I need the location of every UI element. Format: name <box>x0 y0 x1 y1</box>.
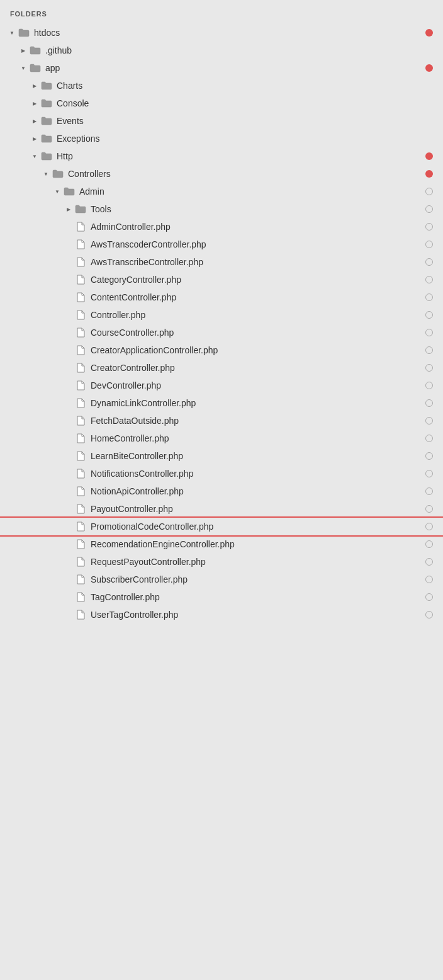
tree-item-charts[interactable]: Charts <box>0 77 443 94</box>
status-dot-empty-notionapicontroller <box>425 487 433 495</box>
tree-item-payoutcontroller[interactable]: PayoutController.php <box>0 500 443 518</box>
status-dot-empty-homecontroller <box>425 435 433 442</box>
status-dot-empty-creatorcontroller <box>425 364 433 372</box>
item-label-controller: Controller.php <box>91 310 420 320</box>
status-dot-empty-tagcontroller <box>425 593 433 601</box>
file-icon-fetchdataoutside <box>74 416 87 426</box>
folders-panel: FOLDERS htdocs .github app Charts Consol… <box>0 0 443 634</box>
tree-item-controllers[interactable]: Controllers <box>0 165 443 183</box>
item-label-notionapicontroller: NotionApiController.php <box>91 486 420 496</box>
tree-item-controller[interactable]: Controller.php <box>0 306 443 324</box>
folder-icon-app <box>29 63 42 73</box>
status-dot-empty-tools <box>425 205 433 213</box>
tree-item-github[interactable]: .github <box>0 42 443 59</box>
folder-icon-events <box>40 116 53 126</box>
file-icon-awstranscribecontroller <box>74 257 87 267</box>
status-dot-empty-contentcontroller <box>425 293 433 301</box>
item-label-devcontroller: DevController.php <box>91 380 420 390</box>
tree-item-creatorcontroller[interactable]: CreatorController.php <box>0 359 443 377</box>
item-label-notificationscontroller: NotificationsController.php <box>91 469 420 479</box>
tree-item-awstranscodercontroller[interactable]: AwsTranscoderController.php <box>0 236 443 253</box>
chevron-down-icon-controllers[interactable] <box>42 169 50 178</box>
chevron-right-icon-console[interactable] <box>30 99 39 108</box>
item-label-promotionalcodecontroller: PromotionalCodeController.php <box>91 521 420 532</box>
tree-item-notionapicontroller[interactable]: NotionApiController.php <box>0 482 443 500</box>
file-icon-notionapicontroller <box>74 486 87 496</box>
chevron-down-icon-http[interactable] <box>30 152 39 161</box>
status-dot-empty-admincontroller <box>425 223 433 231</box>
tree-item-console[interactable]: Console <box>0 94 443 112</box>
tree-item-learnbitecontroller[interactable]: LearnBiteController.php <box>0 447 443 465</box>
status-dot-empty-creatorapplicationcontroller <box>425 346 433 354</box>
tree-item-coursecontroller[interactable]: CourseController.php <box>0 324 443 341</box>
tree-item-dynamiclinkcontroller[interactable]: DynamicLinkController.php <box>0 394 443 412</box>
section-header: FOLDERS <box>0 10 443 24</box>
file-icon-controller <box>74 310 87 320</box>
file-icon-requestpayoutcontroller <box>74 557 87 567</box>
item-label-controllers: Controllers <box>68 169 420 179</box>
folder-icon-controllers <box>52 169 64 179</box>
file-icon-notificationscontroller <box>74 469 87 479</box>
item-label-console: Console <box>57 98 420 108</box>
folder-icon-exceptions <box>40 134 53 144</box>
chevron-down-icon-app[interactable] <box>19 64 28 72</box>
tree-item-categorycontroller[interactable]: CategoryController.php <box>0 271 443 288</box>
tree-item-tools[interactable]: Tools <box>0 200 443 218</box>
file-icon-promotionalcodecontroller <box>74 521 87 532</box>
status-dot-empty-usertagcontroller <box>425 611 433 618</box>
tree-item-awstranscribecontroller[interactable]: AwsTranscribeController.php <box>0 253 443 271</box>
item-label-awstranscodercontroller: AwsTranscoderController.php <box>91 239 420 249</box>
item-label-categorycontroller: CategoryController.php <box>91 275 420 285</box>
tree-item-subscribercontroller[interactable]: SubscriberController.php <box>0 571 443 588</box>
tree-item-exceptions[interactable]: Exceptions <box>0 130 443 147</box>
item-label-contentcontroller: ContentController.php <box>91 292 420 302</box>
tree-item-fetchdataoutside[interactable]: FetchDataOutside.php <box>0 412 443 430</box>
status-dot-empty-requestpayoutcontroller <box>425 558 433 566</box>
tree-item-contentcontroller[interactable]: ContentController.php <box>0 288 443 306</box>
chevron-down-icon-admin[interactable] <box>53 187 62 196</box>
chevron-right-icon-charts[interactable] <box>30 81 39 90</box>
item-label-usertagcontroller: UserTagController.php <box>91 610 420 620</box>
chevron-right-icon-events[interactable] <box>30 117 39 125</box>
status-dot-red-app <box>425 64 433 72</box>
status-dot-empty-notificationscontroller <box>425 470 433 477</box>
tree-item-http[interactable]: Http <box>0 147 443 165</box>
tree-item-htdocs[interactable]: htdocs <box>0 24 443 42</box>
tree-item-devcontroller[interactable]: DevController.php <box>0 377 443 394</box>
chevron-down-icon-htdocs[interactable] <box>8 28 16 37</box>
item-label-admin: Admin <box>79 186 420 197</box>
tree-item-tagcontroller[interactable]: TagController.php <box>0 588 443 606</box>
tree-item-promotionalcodecontroller[interactable]: PromotionalCodeController.php <box>0 518 443 535</box>
chevron-right-icon-exceptions[interactable] <box>30 134 39 143</box>
tree-item-app[interactable]: app <box>0 59 443 77</box>
tree-item-events[interactable]: Events <box>0 112 443 130</box>
tree-item-usertagcontroller[interactable]: UserTagController.php <box>0 606 443 624</box>
status-dot-red-http <box>425 152 433 160</box>
item-label-http: Http <box>57 151 420 161</box>
chevron-right-icon-github[interactable] <box>19 46 28 55</box>
file-icon-devcontroller <box>74 380 87 390</box>
item-label-requestpayoutcontroller: RequestPayoutController.php <box>91 557 420 567</box>
folder-icon-console <box>40 98 53 108</box>
file-icon-learnbitecontroller <box>74 451 87 461</box>
status-dot-empty-dynamiclinkcontroller <box>425 399 433 407</box>
tree-item-admincontroller[interactable]: AdminController.php <box>0 218 443 236</box>
status-dot-empty-categorycontroller <box>425 276 433 283</box>
item-label-awstranscribecontroller: AwsTranscribeController.php <box>91 257 420 267</box>
tree-item-homecontroller[interactable]: HomeController.php <box>0 430 443 447</box>
tree-item-creatorapplicationcontroller[interactable]: CreatorApplicationController.php <box>0 341 443 359</box>
item-label-admincontroller: AdminController.php <box>91 222 420 232</box>
status-dot-empty-promotionalcodecontroller <box>425 523 433 530</box>
tree-item-admin[interactable]: Admin <box>0 183 443 200</box>
item-label-exceptions: Exceptions <box>57 134 420 144</box>
status-dot-empty-payoutcontroller <box>425 505 433 513</box>
item-label-dynamiclinkcontroller: DynamicLinkController.php <box>91 398 420 408</box>
chevron-right-icon-tools[interactable] <box>64 205 73 214</box>
file-tree: htdocs .github app Charts Console Events… <box>0 24 443 624</box>
folder-icon-tools <box>74 204 87 214</box>
tree-item-recomendationenginecontroller[interactable]: RecomendationEngineController.php <box>0 535 443 553</box>
tree-item-requestpayoutcontroller[interactable]: RequestPayoutController.php <box>0 553 443 571</box>
file-icon-creatorapplicationcontroller <box>74 345 87 355</box>
tree-item-notificationscontroller[interactable]: NotificationsController.php <box>0 465 443 482</box>
status-dot-empty-recomendationenginecontroller <box>425 540 433 548</box>
